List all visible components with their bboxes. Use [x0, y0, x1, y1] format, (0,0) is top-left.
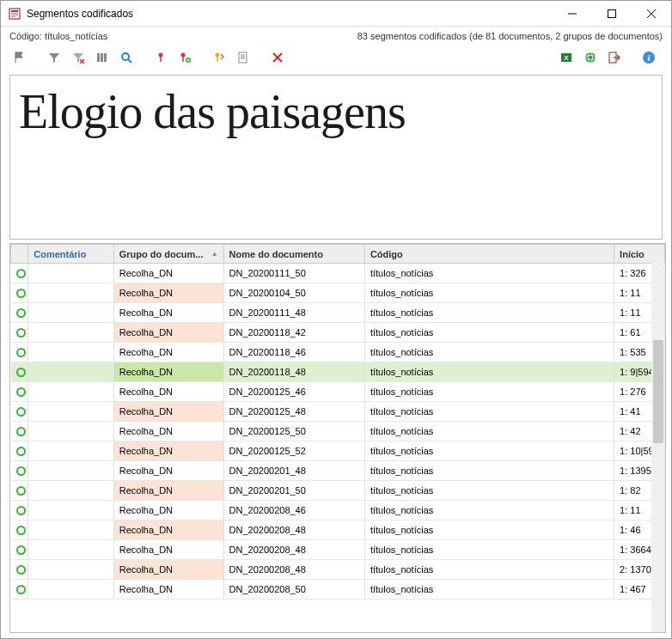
cell-comentario — [28, 283, 113, 303]
cell-grupo: Recolha_DN — [113, 283, 223, 303]
cell-nome: DN_20200208_48 — [223, 560, 364, 580]
row-marker — [11, 481, 28, 501]
document-button[interactable] — [233, 47, 254, 68]
circle-icon — [16, 348, 26, 357]
cell-comentario — [28, 540, 113, 560]
code-add-button[interactable] — [174, 47, 195, 68]
circle-icon — [16, 565, 26, 575]
table-row[interactable]: Recolha_DNDN_20200125_48títulos_notícias… — [11, 402, 665, 422]
code-yellow-button[interactable] — [209, 47, 229, 68]
svg-rect-25 — [239, 52, 247, 63]
filter-clear-button[interactable] — [68, 47, 89, 68]
table-row[interactable]: Recolha_DNDN_20200111_48títulos_notícias… — [11, 303, 665, 323]
circle-icon — [16, 585, 26, 594]
cell-codigo: títulos_notícias — [364, 343, 614, 362]
titlebar: Segmentos codificados — [1, 1, 671, 27]
table-row[interactable]: Recolha_DNDN_20200208_50títulos_notícias… — [11, 580, 665, 599]
info-button[interactable]: i — [638, 47, 659, 68]
row-marker — [11, 501, 28, 520]
svg-rect-11 — [97, 53, 100, 62]
table-row[interactable]: Recolha_DNDN_20200118_46títulos_notícias… — [11, 343, 665, 362]
preview-pane: Elogio das paisagens — [9, 75, 663, 240]
columns-button[interactable] — [92, 47, 113, 68]
svg-point-14 — [122, 53, 129, 60]
svg-point-16 — [159, 53, 163, 58]
cell-comentario — [28, 461, 113, 481]
cell-comentario — [28, 343, 113, 362]
svg-rect-2 — [11, 13, 18, 14]
row-marker — [11, 560, 28, 580]
cell-comentario — [28, 362, 113, 382]
cell-nome: DN_20200111_50 — [223, 264, 364, 283]
col-marker[interactable] — [11, 245, 28, 264]
table-row[interactable]: Recolha_DNDN_20200201_48títulos_notícias… — [11, 461, 665, 481]
flag-button[interactable] — [9, 47, 30, 68]
cell-comentario — [28, 264, 113, 283]
export-web-button[interactable] — [580, 47, 601, 68]
table-row[interactable]: Recolha_DNDN_20200111_50títulos_notícias… — [11, 264, 665, 283]
circle-icon — [16, 526, 26, 535]
svg-rect-6 — [608, 9, 616, 17]
filter-button[interactable] — [44, 47, 64, 68]
circle-icon — [16, 368, 26, 377]
cell-nome: DN_20200125_48 — [223, 402, 364, 422]
cell-grupo: Recolha_DN — [113, 560, 223, 580]
cell-nome: DN_20200118_48 — [223, 362, 364, 382]
cell-nome: DN_20200118_42 — [223, 323, 364, 343]
close-button[interactable] — [632, 1, 671, 27]
cell-comentario — [28, 501, 113, 520]
cell-comentario — [28, 422, 113, 441]
cell-codigo: títulos_notícias — [364, 422, 614, 441]
cell-grupo: Recolha_DN — [113, 540, 223, 560]
col-nome[interactable]: Nome do documento — [223, 245, 364, 264]
cell-comentario — [28, 441, 113, 461]
col-inicio[interactable]: Início — [614, 245, 665, 264]
export-excel-button[interactable]: X — [556, 47, 577, 68]
row-marker — [11, 343, 28, 362]
cell-nome: DN_20200111_48 — [223, 303, 364, 323]
row-marker — [11, 303, 28, 323]
table-row[interactable]: Recolha_DNDN_20200125_46títulos_notícias… — [11, 382, 665, 402]
table-row[interactable]: Recolha_DNDN_20200208_48títulos_notícias… — [11, 520, 665, 540]
cell-nome: DN_20200125_52 — [223, 441, 364, 461]
table-row[interactable]: Recolha_DNDN_20200208_48títulos_notícias… — [11, 540, 665, 560]
row-marker — [11, 461, 28, 481]
col-codigo[interactable]: Código — [364, 245, 614, 264]
row-marker — [11, 520, 28, 540]
code-label: Código: títulos_notícias — [9, 31, 357, 41]
table-row[interactable]: Recolha_DNDN_20200201_50títulos_notícias… — [11, 481, 665, 501]
table-row[interactable]: Recolha_DNDN_20200208_46títulos_notícias… — [11, 501, 665, 520]
cell-grupo: Recolha_DN — [113, 343, 223, 362]
cell-codigo: títulos_notícias — [364, 362, 614, 382]
table-row[interactable]: Recolha_DNDN_20200125_52títulos_notícias… — [11, 441, 665, 461]
scrollbar-thumb[interactable] — [653, 340, 663, 443]
cell-nome: DN_20200208_46 — [223, 501, 364, 520]
svg-text:X: X — [564, 54, 569, 62]
table-row[interactable]: Recolha_DNDN_20200208_48títulos_notícias… — [11, 560, 665, 580]
cell-grupo: Recolha_DN — [113, 520, 223, 540]
toolbar: X i — [1, 46, 671, 71]
maximize-button[interactable] — [592, 1, 632, 27]
search-button[interactable] — [116, 47, 137, 68]
table-row[interactable]: Recolha_DNDN_20200125_50títulos_notícias… — [11, 422, 665, 441]
cell-codigo: títulos_notícias — [364, 481, 614, 501]
app-icon — [8, 7, 21, 21]
vertical-scrollbar[interactable] — [651, 263, 665, 632]
cell-comentario — [28, 481, 113, 501]
export-button[interactable] — [604, 47, 625, 68]
svg-point-33 — [585, 52, 596, 63]
table-row[interactable]: Recolha_DNDN_20200118_48títulos_notícias… — [11, 362, 665, 382]
table-row[interactable]: Recolha_DNDN_20200118_42títulos_notícias… — [11, 323, 665, 343]
minimize-button[interactable] — [553, 1, 592, 27]
col-comentario[interactable]: Comentário — [28, 245, 113, 264]
delete-button[interactable] — [267, 47, 288, 68]
cell-comentario — [28, 560, 113, 580]
cell-codigo: títulos_notícias — [364, 520, 614, 540]
col-grupo[interactable]: Grupo do docum...▲ — [113, 245, 223, 264]
cell-codigo: títulos_notícias — [364, 402, 614, 422]
svg-rect-1 — [11, 10, 18, 12]
circle-icon — [16, 407, 26, 417]
table-row[interactable]: Recolha_DNDN_20200104_50títulos_notícias… — [11, 283, 665, 303]
code-red-button[interactable] — [150, 47, 171, 68]
cell-grupo: Recolha_DN — [113, 402, 223, 422]
